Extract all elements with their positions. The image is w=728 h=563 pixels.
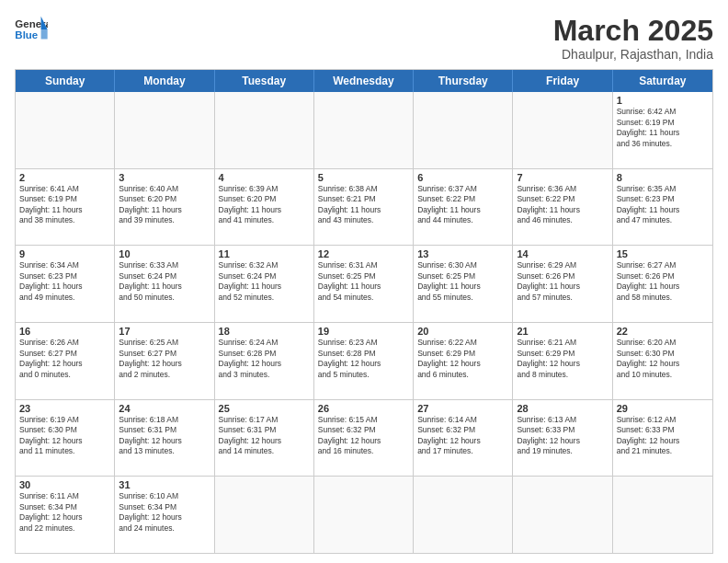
day-number: 20 — [417, 326, 508, 337]
day-number: 12 — [318, 248, 409, 259]
calendar: SundayMondayTuesdayWednesdayThursdayFrid… — [15, 69, 713, 554]
day-info: Sunrise: 6:21 AM Sunset: 6:29 PM Dayligh… — [517, 338, 608, 380]
day-info: Sunrise: 6:38 AM Sunset: 6:21 PM Dayligh… — [318, 184, 409, 226]
empty-cell — [613, 477, 712, 553]
day-info: Sunrise: 6:27 AM Sunset: 6:26 PM Dayligh… — [617, 260, 709, 303]
day-number: 11 — [219, 248, 310, 259]
day-number: 21 — [517, 326, 608, 337]
day-info: Sunrise: 6:26 AM Sunset: 6:27 PM Dayligh… — [19, 338, 110, 380]
day-number: 24 — [119, 403, 210, 414]
day-number: 1 — [617, 95, 709, 106]
empty-cell — [215, 477, 314, 553]
month-title: March 2025 — [553, 15, 713, 47]
title-block: March 2025 Dhaulpur, Rajasthan, India — [553, 15, 713, 62]
day-cell-24: 24Sunrise: 6:18 AM Sunset: 6:31 PM Dayli… — [115, 400, 214, 477]
day-info: Sunrise: 6:42 AM Sunset: 6:19 PM Dayligh… — [617, 107, 709, 149]
day-cell-2: 2Sunrise: 6:41 AM Sunset: 6:19 PM Daylig… — [16, 169, 115, 246]
empty-cell — [115, 92, 214, 168]
day-info: Sunrise: 6:25 AM Sunset: 6:27 PM Dayligh… — [119, 338, 210, 380]
weekday-header-friday: Friday — [513, 70, 612, 92]
day-info: Sunrise: 6:31 AM Sunset: 6:25 PM Dayligh… — [318, 260, 409, 303]
day-number: 30 — [19, 479, 110, 490]
day-info: Sunrise: 6:17 AM Sunset: 6:31 PM Dayligh… — [219, 415, 310, 457]
day-number: 6 — [417, 172, 508, 183]
day-info: Sunrise: 6:33 AM Sunset: 6:24 PM Dayligh… — [119, 260, 210, 303]
day-cell-16: 16Sunrise: 6:26 AM Sunset: 6:27 PM Dayli… — [16, 323, 115, 399]
subtitle: Dhaulpur, Rajasthan, India — [553, 47, 713, 62]
day-cell-20: 20Sunrise: 6:22 AM Sunset: 6:29 PM Dayli… — [414, 323, 513, 399]
day-number: 10 — [119, 248, 210, 259]
empty-cell — [314, 477, 414, 553]
day-number: 15 — [617, 248, 709, 259]
day-info: Sunrise: 6:20 AM Sunset: 6:30 PM Dayligh… — [617, 338, 709, 380]
day-cell-4: 4Sunrise: 6:39 AM Sunset: 6:20 PM Daylig… — [215, 169, 314, 246]
day-cell-28: 28Sunrise: 6:13 AM Sunset: 6:33 PM Dayli… — [513, 400, 612, 477]
day-info: Sunrise: 6:37 AM Sunset: 6:22 PM Dayligh… — [417, 184, 508, 226]
day-number: 27 — [417, 403, 508, 414]
day-number: 16 — [19, 326, 110, 337]
svg-text:Blue: Blue — [15, 29, 38, 40]
day-number: 5 — [318, 172, 409, 183]
day-info: Sunrise: 6:22 AM Sunset: 6:29 PM Dayligh… — [417, 338, 508, 380]
day-number: 19 — [318, 326, 409, 337]
day-number: 22 — [617, 326, 709, 337]
day-number: 31 — [119, 479, 210, 490]
day-info: Sunrise: 6:36 AM Sunset: 6:22 PM Dayligh… — [517, 184, 608, 226]
day-cell-17: 17Sunrise: 6:25 AM Sunset: 6:27 PM Dayli… — [115, 323, 214, 399]
day-cell-10: 10Sunrise: 6:33 AM Sunset: 6:24 PM Dayli… — [115, 246, 214, 322]
day-cell-26: 26Sunrise: 6:15 AM Sunset: 6:32 PM Dayli… — [314, 400, 414, 477]
weekday-header-thursday: Thursday — [414, 70, 513, 92]
svg-marker-3 — [41, 29, 48, 40]
empty-cell — [414, 92, 513, 168]
day-info: Sunrise: 6:15 AM Sunset: 6:32 PM Dayligh… — [318, 415, 409, 457]
day-cell-31: 31Sunrise: 6:10 AM Sunset: 6:34 PM Dayli… — [115, 477, 214, 553]
day-info: Sunrise: 6:32 AM Sunset: 6:24 PM Dayligh… — [219, 260, 310, 303]
calendar-row: 9Sunrise: 6:34 AM Sunset: 6:23 PM Daylig… — [16, 245, 712, 322]
day-info: Sunrise: 6:39 AM Sunset: 6:20 PM Dayligh… — [219, 184, 310, 226]
day-number: 2 — [19, 172, 110, 183]
day-cell-27: 27Sunrise: 6:14 AM Sunset: 6:32 PM Dayli… — [414, 400, 513, 477]
day-cell-15: 15Sunrise: 6:27 AM Sunset: 6:26 PM Dayli… — [613, 246, 712, 322]
empty-cell — [314, 92, 414, 168]
day-cell-30: 30Sunrise: 6:11 AM Sunset: 6:34 PM Dayli… — [16, 477, 115, 553]
calendar-row: 1Sunrise: 6:42 AM Sunset: 6:19 PM Daylig… — [16, 92, 712, 168]
day-info: Sunrise: 6:34 AM Sunset: 6:23 PM Dayligh… — [19, 260, 110, 303]
day-number: 18 — [219, 326, 310, 337]
day-cell-14: 14Sunrise: 6:29 AM Sunset: 6:26 PM Dayli… — [513, 246, 612, 322]
day-number: 8 — [617, 172, 709, 183]
day-cell-25: 25Sunrise: 6:17 AM Sunset: 6:31 PM Dayli… — [215, 400, 314, 477]
day-number: 17 — [119, 326, 210, 337]
day-info: Sunrise: 6:35 AM Sunset: 6:23 PM Dayligh… — [617, 184, 709, 226]
day-number: 25 — [219, 403, 310, 414]
day-info: Sunrise: 6:23 AM Sunset: 6:28 PM Dayligh… — [318, 338, 409, 380]
day-cell-11: 11Sunrise: 6:32 AM Sunset: 6:24 PM Dayli… — [215, 246, 314, 322]
empty-cell — [513, 92, 612, 168]
day-number: 14 — [517, 248, 608, 259]
day-info: Sunrise: 6:19 AM Sunset: 6:30 PM Dayligh… — [19, 415, 110, 457]
empty-cell — [414, 477, 513, 553]
calendar-row: 2Sunrise: 6:41 AM Sunset: 6:19 PM Daylig… — [16, 168, 712, 246]
day-cell-23: 23Sunrise: 6:19 AM Sunset: 6:30 PM Dayli… — [16, 400, 115, 477]
day-cell-12: 12Sunrise: 6:31 AM Sunset: 6:25 PM Dayli… — [314, 246, 414, 322]
day-info: Sunrise: 6:29 AM Sunset: 6:26 PM Dayligh… — [517, 260, 608, 303]
calendar-row: 23Sunrise: 6:19 AM Sunset: 6:30 PM Dayli… — [16, 399, 712, 477]
weekday-header-tuesday: Tuesday — [215, 70, 314, 92]
calendar-header: SundayMondayTuesdayWednesdayThursdayFrid… — [16, 70, 712, 92]
day-number: 28 — [517, 403, 608, 414]
day-info: Sunrise: 6:14 AM Sunset: 6:32 PM Dayligh… — [417, 415, 508, 457]
calendar-body: 1Sunrise: 6:42 AM Sunset: 6:19 PM Daylig… — [16, 92, 712, 553]
day-cell-1: 1Sunrise: 6:42 AM Sunset: 6:19 PM Daylig… — [613, 92, 712, 168]
day-number: 23 — [19, 403, 110, 414]
day-info: Sunrise: 6:40 AM Sunset: 6:20 PM Dayligh… — [119, 184, 210, 226]
weekday-header-monday: Monday — [115, 70, 214, 92]
calendar-page: General Blue March 2025 Dhaulpur, Rajast… — [0, 0, 728, 563]
day-cell-3: 3Sunrise: 6:40 AM Sunset: 6:20 PM Daylig… — [115, 169, 214, 246]
day-info: Sunrise: 6:18 AM Sunset: 6:31 PM Dayligh… — [119, 415, 210, 457]
day-cell-19: 19Sunrise: 6:23 AM Sunset: 6:28 PM Dayli… — [314, 323, 414, 399]
day-number: 7 — [517, 172, 608, 183]
day-number: 13 — [417, 248, 508, 259]
empty-cell — [16, 92, 115, 168]
day-cell-6: 6Sunrise: 6:37 AM Sunset: 6:22 PM Daylig… — [414, 169, 513, 246]
day-cell-13: 13Sunrise: 6:30 AM Sunset: 6:25 PM Dayli… — [414, 246, 513, 322]
day-cell-21: 21Sunrise: 6:21 AM Sunset: 6:29 PM Dayli… — [513, 323, 612, 399]
